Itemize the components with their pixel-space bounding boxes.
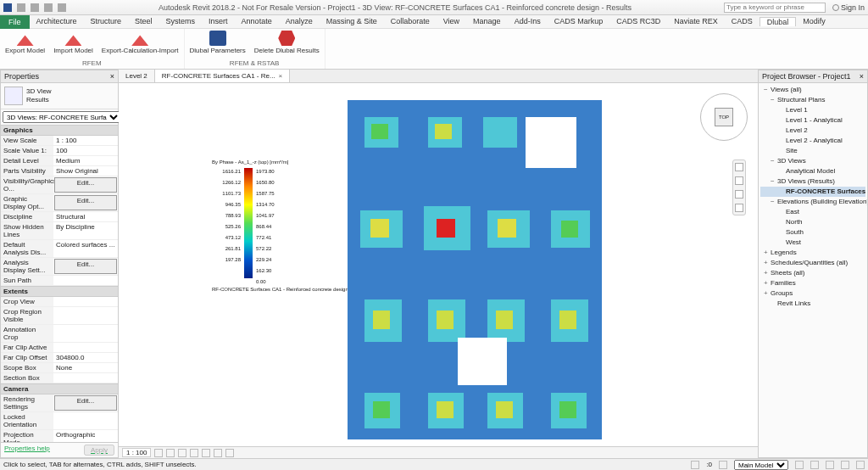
view-tab[interactable]: Level 2: [119, 70, 155, 82]
property-value[interactable]: Show Original: [53, 166, 118, 176]
scale-selector[interactable]: 1 : 100: [122, 448, 151, 457]
tree-node[interactable]: East: [760, 207, 865, 217]
design-options-icon[interactable]: [795, 461, 804, 469]
sign-in[interactable]: Sign In: [832, 3, 865, 12]
ribbon-tab-massing-site[interactable]: Massing & Site: [320, 17, 384, 26]
open-icon[interactable]: [17, 3, 25, 12]
tree-node[interactable]: −Elevations (Building Elevation): [760, 197, 865, 207]
tree-twisty-icon[interactable]: −: [771, 197, 777, 207]
property-value[interactable]: Medium: [53, 156, 118, 165]
type-selector[interactable]: 3D View Results: [1, 83, 118, 109]
tree-twisty-icon[interactable]: +: [764, 258, 771, 268]
tree-node[interactable]: +Legends: [760, 248, 865, 258]
property-value[interactable]: [53, 307, 118, 324]
property-value[interactable]: [53, 343, 118, 352]
editable-only-icon[interactable]: [719, 461, 727, 469]
ribbon-tab-insert[interactable]: Insert: [202, 17, 235, 26]
select-links-icon[interactable]: [810, 461, 819, 469]
instance-selector[interactable]: 3D Views: RF-CONCRETE Surfa: [3, 111, 121, 123]
property-value[interactable]: [53, 325, 118, 342]
property-value[interactable]: 1 : 100: [53, 136, 118, 145]
ribbon-tab-collaborate[interactable]: Collaborate: [384, 17, 437, 26]
tree-node[interactable]: −Structural Plans: [760, 95, 865, 105]
filter-icon[interactable]: [856, 461, 865, 469]
ribbon-tab-systems[interactable]: Systems: [159, 17, 203, 26]
tree-node[interactable]: RF-CONCRETE Surfaces CA1 -: [760, 187, 865, 197]
steering-wheel-icon[interactable]: [735, 163, 743, 171]
workset-icon[interactable]: [691, 461, 699, 469]
properties-help-link[interactable]: Properties help: [4, 445, 50, 456]
sun-path-icon[interactable]: [178, 449, 186, 457]
tree-node[interactable]: Level 1 - Analytical: [760, 115, 865, 126]
search-input[interactable]: [724, 3, 826, 13]
tree-twisty-icon[interactable]: −: [771, 176, 777, 187]
view-tab[interactable]: RF-CONCRETE Surfaces CA1 - Re...×: [155, 70, 290, 82]
view-cube[interactable]: TOP: [698, 92, 749, 143]
close-icon[interactable]: ×: [110, 72, 114, 81]
tree-node[interactable]: −3D Views (Results): [760, 176, 865, 187]
select-pinned-icon[interactable]: [841, 461, 849, 469]
shadows-icon[interactable]: [190, 449, 198, 457]
ribbon-tab-structure[interactable]: Structure: [84, 17, 129, 26]
view-cube-face[interactable]: TOP: [715, 108, 733, 126]
property-value[interactable]: [53, 373, 118, 383]
detail-level-icon[interactable]: [154, 449, 163, 457]
export-model-button[interactable]: Export Model: [5, 31, 45, 54]
orbit-icon[interactable]: [735, 204, 743, 212]
ribbon-tab-dlubal[interactable]: Dlubal: [760, 17, 797, 26]
property-edit-button[interactable]: Edit...: [54, 259, 117, 274]
tree-node[interactable]: Analytical Model: [760, 166, 865, 176]
ribbon-tab-cads-markup[interactable]: CADS Markup: [548, 17, 610, 26]
ribbon-tab-cads[interactable]: CADS: [725, 17, 760, 26]
select-underlay-icon[interactable]: [826, 461, 834, 469]
ribbon-tab-architecture[interactable]: Architecture: [30, 17, 84, 26]
property-edit-button[interactable]: Edit...: [54, 177, 117, 193]
crop-icon[interactable]: [202, 449, 210, 457]
property-edit-button[interactable]: Edit...: [54, 395, 117, 411]
ribbon-tab-cads-rc3d[interactable]: CADS RC3D: [609, 17, 667, 26]
save-icon[interactable]: [31, 3, 39, 12]
property-value[interactable]: 100: [53, 146, 118, 155]
hide-isolate-icon[interactable]: [214, 449, 222, 457]
tree-node[interactable]: West: [760, 238, 865, 248]
ribbon-tab-view[interactable]: View: [437, 17, 466, 26]
ribbon-tab-steel[interactable]: Steel: [128, 17, 159, 26]
property-value[interactable]: Orthographic: [53, 430, 118, 442]
tree-node[interactable]: +Families: [760, 278, 865, 288]
tree-node[interactable]: +Schedules/Quantities (all): [760, 258, 865, 268]
property-group-header[interactable]: Extents: [1, 286, 118, 297]
tree-twisty-icon[interactable]: +: [764, 248, 771, 258]
tree-node[interactable]: Level 2 - Analytical: [760, 136, 865, 146]
property-value[interactable]: Colored surfaces ...: [53, 240, 118, 257]
tree-twisty-icon[interactable]: −: [771, 95, 777, 105]
tree-node[interactable]: North: [760, 217, 865, 227]
undo-icon[interactable]: [44, 3, 53, 12]
canvas[interactable]: By Phase - As_1_-z (top) [mm²/m] 1616.21…: [119, 83, 758, 446]
file-tab[interactable]: File: [0, 15, 30, 29]
tree-twisty-icon[interactable]: +: [764, 278, 771, 288]
tree-node[interactable]: +Groups: [760, 288, 865, 299]
pan-icon[interactable]: [735, 176, 743, 185]
tree-twisty-icon[interactable]: −: [771, 156, 777, 166]
tree-twisty-icon[interactable]: +: [764, 268, 771, 278]
property-value[interactable]: 304800.0: [53, 353, 118, 362]
ribbon-tab-annotate[interactable]: Annotate: [235, 17, 279, 26]
property-value[interactable]: By Discipline: [53, 222, 118, 239]
dlubal-parameters-button[interactable]: Dlubal Parameters: [190, 31, 246, 54]
tree-node[interactable]: Site: [760, 146, 865, 156]
tree-node[interactable]: Revit Links: [760, 299, 865, 309]
property-group-header[interactable]: Camera: [1, 383, 118, 394]
tree-node[interactable]: Level 1: [760, 105, 865, 115]
property-value[interactable]: Structural: [53, 212, 118, 221]
property-value[interactable]: [53, 297, 118, 306]
tree-node[interactable]: −Views (all): [760, 85, 865, 95]
ribbon-tab-manage[interactable]: Manage: [466, 17, 508, 26]
workset-selector[interactable]: Main Model: [734, 460, 788, 470]
tree-twisty-icon[interactable]: +: [764, 288, 771, 299]
close-icon[interactable]: ×: [860, 72, 864, 81]
export-calc-import-button[interactable]: Export-Calculation-Import: [102, 31, 179, 54]
property-value[interactable]: None: [53, 363, 118, 372]
visual-style-icon[interactable]: [166, 449, 175, 457]
tree-node[interactable]: Level 2: [760, 126, 865, 136]
ribbon-tab-naviate-rex[interactable]: Naviate REX: [667, 17, 725, 26]
